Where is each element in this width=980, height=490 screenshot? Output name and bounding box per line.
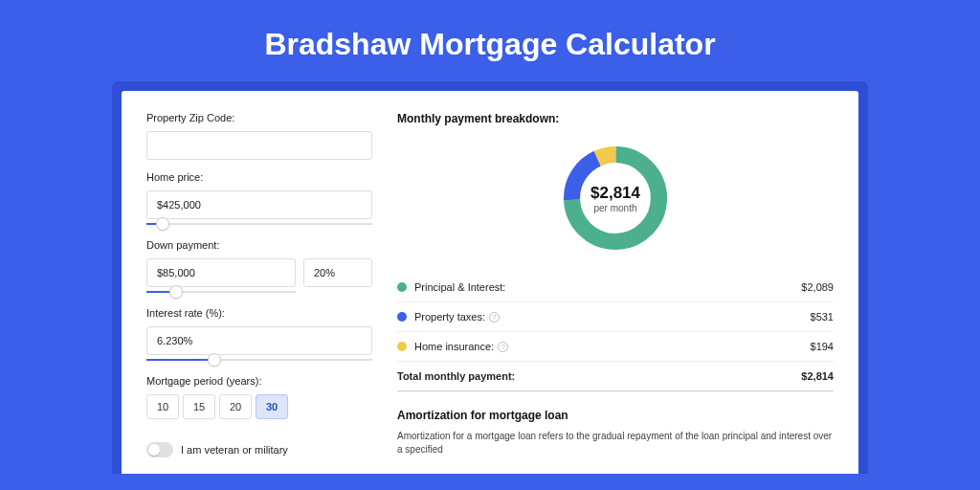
period-btn-30[interactable]: 30 xyxy=(256,394,288,419)
breakdown-value: $194 xyxy=(811,341,834,352)
legend-dot xyxy=(397,342,407,351)
period-btn-10[interactable]: 10 xyxy=(146,394,179,419)
breakdown-label: Principal & Interest: xyxy=(414,281,801,293)
slider-thumb[interactable] xyxy=(169,285,183,299)
legend-dot xyxy=(397,282,407,292)
veteran-toggle[interactable] xyxy=(146,442,173,457)
donut-chart-wrap: $2,814 per month xyxy=(397,131,834,265)
period-btn-15[interactable]: 15 xyxy=(183,394,215,419)
breakdown-value: $2,089 xyxy=(801,281,834,293)
breakdown-label: Home insurance:? xyxy=(414,341,811,352)
donut-chart: $2,814 per month xyxy=(558,141,673,256)
info-icon[interactable]: ? xyxy=(498,342,508,352)
breakdown-list: Principal & Interest:$2,089Property taxe… xyxy=(397,273,834,391)
home-price-label: Home price: xyxy=(146,171,372,183)
period-label: Mortgage period (years): xyxy=(146,375,372,387)
total-label: Total monthly payment: xyxy=(397,370,801,382)
breakdown-total-row: Total monthly payment:$2,814 xyxy=(397,362,834,391)
calculator-panel: Property Zip Code: Home price: Down paym… xyxy=(122,91,858,474)
amort-text: Amortization for a mortgage loan refers … xyxy=(397,430,834,457)
breakdown-label: Property taxes:? xyxy=(414,311,811,323)
zip-label: Property Zip Code: xyxy=(146,112,372,123)
amort-title: Amortization for mortgage loan xyxy=(397,409,834,422)
toggle-knob xyxy=(148,444,160,456)
breakdown-value: $531 xyxy=(811,311,834,323)
donut-amount: $2,814 xyxy=(590,184,640,203)
down-payment-label: Down payment: xyxy=(146,239,372,251)
page-title: Bradshaw Mortgage Calculator xyxy=(264,27,715,62)
period-row: 10152030 xyxy=(146,394,372,419)
breakdown-title: Monthly payment breakdown: xyxy=(397,112,834,125)
home-price-slider[interactable] xyxy=(146,218,372,230)
interest-input[interactable] xyxy=(146,326,372,355)
breakdown-column: Monthly payment breakdown: $2,814 per mo… xyxy=(397,112,834,474)
veteran-label: I am veteran or military xyxy=(181,444,288,456)
zip-input[interactable] xyxy=(146,131,372,160)
down-payment-slider[interactable] xyxy=(146,286,296,298)
panel-frame: Property Zip Code: Home price: Down paym… xyxy=(112,81,868,474)
breakdown-row: Home insurance:?$194 xyxy=(397,332,834,362)
interest-slider[interactable] xyxy=(146,354,372,366)
total-value: $2,814 xyxy=(801,370,834,382)
breakdown-row: Principal & Interest:$2,089 xyxy=(397,273,834,302)
donut-sub: per month xyxy=(593,203,636,213)
down-payment-pct-input[interactable] xyxy=(303,258,372,287)
slider-thumb[interactable] xyxy=(156,217,169,231)
info-icon[interactable]: ? xyxy=(489,312,500,323)
breakdown-row: Property taxes:?$531 xyxy=(397,302,834,332)
slider-thumb[interactable] xyxy=(208,353,221,367)
period-btn-20[interactable]: 20 xyxy=(219,394,252,419)
form-column: Property Zip Code: Home price: Down paym… xyxy=(146,112,372,474)
legend-dot xyxy=(397,312,407,322)
interest-label: Interest rate (%): xyxy=(146,307,372,319)
home-price-input[interactable] xyxy=(146,190,372,219)
down-payment-input[interactable] xyxy=(146,258,296,287)
